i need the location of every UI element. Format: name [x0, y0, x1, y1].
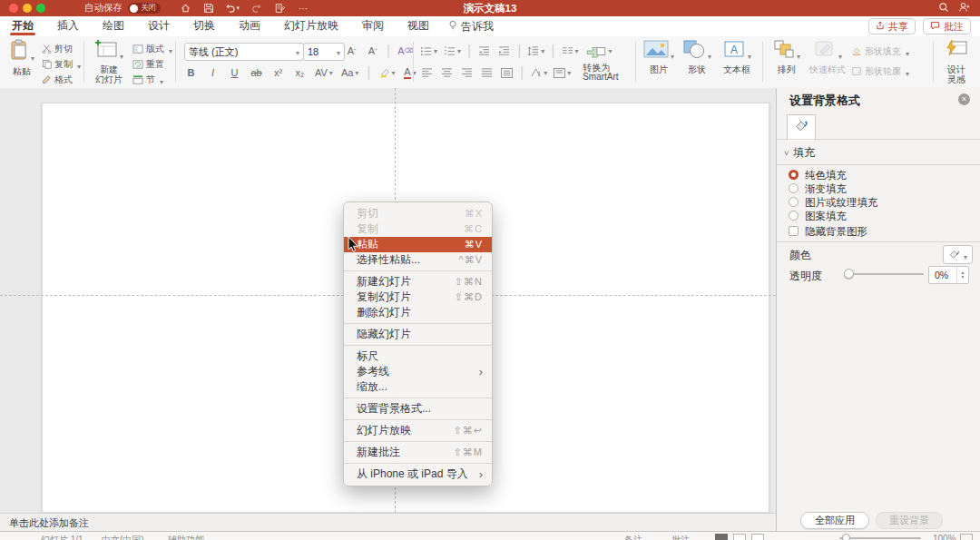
fit-to-window-button[interactable]	[960, 534, 973, 540]
radio-solid-fill[interactable]	[789, 170, 799, 180]
textbox-button[interactable]: A▾ 文本框	[717, 39, 757, 84]
radio-picture-texture-fill[interactable]	[789, 197, 799, 207]
section-button[interactable]: 节▾	[132, 74, 163, 86]
language-status[interactable]: 中文(中国)	[102, 534, 144, 540]
transparency-value-input[interactable]: 0% ▴▾	[928, 266, 969, 284]
cut-button[interactable]: 剪切	[42, 43, 73, 55]
reset-button[interactable]: 重置	[132, 58, 164, 71]
zoom-level[interactable]: 100%	[933, 534, 956, 540]
zoom-slider-track[interactable]	[839, 537, 921, 539]
solid-fill-label[interactable]: 纯色填充	[805, 169, 847, 182]
fill-tab[interactable]	[787, 114, 816, 141]
menu-item-new-comment[interactable]: 新建批注⇧⌘M	[344, 445, 492, 460]
format-painter-button[interactable]: 格式	[42, 74, 73, 86]
tab-design[interactable]: 设计	[148, 16, 170, 36]
window-minimize-button[interactable]	[23, 4, 32, 13]
accessibility-status[interactable]: 辅助功能	[168, 534, 204, 540]
stepper-arrows[interactable]: ▴▾	[956, 267, 968, 283]
slide-sorter-view-button[interactable]	[733, 534, 746, 540]
align-text-button[interactable]: ▾	[554, 65, 571, 81]
fill-section-header[interactable]: ˅ 填充	[784, 145, 815, 161]
clear-formatting-button[interactable]: A⌫	[397, 44, 413, 59]
superscript-button[interactable]: x²	[271, 65, 285, 81]
redo-button[interactable]	[249, 2, 263, 15]
line-spacing-button[interactable]: ▾	[527, 44, 544, 59]
radio-pattern-fill[interactable]	[789, 211, 799, 221]
new-slide-button[interactable]: ▾ 新建幻灯片	[91, 39, 127, 84]
window-fullscreen-button[interactable]	[36, 4, 45, 13]
comments-toggle-button[interactable]: 批注	[671, 534, 690, 540]
quick-styles-button[interactable]: ▾ 快速样式	[808, 39, 848, 84]
distribute-text-button[interactable]	[500, 65, 514, 81]
shrink-font-button[interactable]: Aˇ	[366, 44, 379, 59]
menu-item-delete-slide[interactable]: 删除幻灯片	[344, 305, 492, 320]
numbering-button[interactable]: ▾	[444, 44, 461, 59]
menu-item-ruler[interactable]: 标尺	[344, 349, 492, 364]
radio-gradient-fill[interactable]	[789, 183, 799, 193]
tab-transitions[interactable]: 切换	[193, 16, 215, 36]
menu-item-guides[interactable]: 参考线›	[344, 364, 492, 379]
transparency-slider-track[interactable]	[846, 273, 924, 275]
font-size-select[interactable]: 18▾	[303, 43, 345, 61]
notes-toggle-button[interactable]: 备注	[624, 534, 642, 540]
tab-insert[interactable]: 插入	[57, 16, 79, 36]
tab-view[interactable]: 视图	[407, 16, 429, 36]
align-right-button[interactable]	[460, 65, 474, 81]
menu-item-paste[interactable]: 粘贴⌘V	[344, 237, 492, 252]
transparency-slider-thumb[interactable]	[844, 269, 854, 279]
menu-item-format-background[interactable]: 设置背景格式...	[344, 401, 492, 417]
window-close-button[interactable]	[9, 4, 18, 13]
tab-review[interactable]: 审阅	[362, 16, 384, 36]
shape-outline-button[interactable]: 形状轮廓▾	[851, 65, 909, 78]
character-spacing-button[interactable]: AV▾	[315, 65, 333, 81]
design-ideas-button[interactable]: 设计灵感	[938, 39, 975, 84]
shape-fill-button[interactable]: 形状填充▾	[851, 45, 909, 58]
underline-button[interactable]: U	[228, 65, 241, 81]
font-color-button[interactable]: A▾	[404, 65, 417, 81]
copy-button[interactable]: 复制▾	[42, 58, 81, 71]
color-picker-button[interactable]: ▾	[943, 245, 973, 264]
arrange-button[interactable]: ▾ 排列	[769, 39, 804, 84]
strikethrough-button[interactable]: ab	[250, 65, 263, 81]
italic-button[interactable]: I	[206, 65, 220, 81]
grow-font-button[interactable]: Aˆ	[345, 44, 358, 59]
hide-background-label[interactable]: 隐藏背景图形	[805, 225, 867, 239]
picture-texture-fill-label[interactable]: 图片或纹理填充	[805, 196, 878, 210]
change-case-button[interactable]: Aa▾	[341, 65, 358, 81]
bullets-button[interactable]: ▾	[420, 44, 437, 59]
document-edit-icon[interactable]	[272, 2, 287, 15]
comments-button[interactable]: 批注	[923, 18, 971, 34]
slideshow-view-button[interactable]	[751, 534, 764, 540]
tab-home[interactable]: 开始	[12, 16, 34, 36]
decrease-indent-button[interactable]	[477, 44, 491, 59]
gradient-fill-label[interactable]: 渐变填充	[805, 182, 847, 196]
zoom-slider-thumb[interactable]	[842, 534, 850, 540]
share-button[interactable]: 共享	[868, 18, 916, 34]
align-left-button[interactable]	[420, 65, 434, 81]
menu-item-import-from-iphone[interactable]: 从 iPhone 或 iPad 导入›	[344, 466, 492, 482]
bold-button[interactable]: B	[184, 65, 198, 81]
subscript-button[interactable]: x₂	[293, 65, 307, 81]
share-user-icon[interactable]	[958, 0, 971, 16]
home-icon[interactable]	[178, 2, 192, 15]
menu-item-zoom[interactable]: 缩放...	[344, 379, 492, 395]
notes-area[interactable]: 单击此处添加备注	[0, 513, 776, 532]
convert-smartart-icon-button[interactable]: ▾	[585, 44, 612, 59]
undo-button[interactable]: ▾	[225, 2, 240, 15]
normal-view-button[interactable]	[715, 534, 728, 540]
menu-item-hide-slide[interactable]: 隐藏幻灯片	[344, 327, 492, 342]
menu-item-paste-special[interactable]: 选择性粘贴...^⌘V	[344, 252, 492, 268]
paste-button[interactable]: ▾ 粘贴	[5, 39, 38, 84]
search-icon[interactable]	[938, 0, 949, 16]
tell-me-tab[interactable]: 告诉我	[448, 19, 494, 34]
menu-item-new-slide[interactable]: 新建幻灯片⇧⌘N	[344, 274, 492, 290]
increase-indent-button[interactable]	[497, 44, 511, 59]
menu-item-duplicate-slide[interactable]: 复制幻灯片⇧⌘D	[344, 290, 492, 305]
menu-item-slideshow[interactable]: 幻灯片放映⇧⌘↩	[344, 423, 492, 438]
convert-smartart-label[interactable]: 转换为SmartArt	[583, 64, 618, 82]
text-direction-button[interactable]: ▾	[530, 65, 547, 81]
save-icon[interactable]	[201, 2, 216, 15]
picture-button[interactable]: ▾ 图片	[641, 39, 677, 84]
columns-button[interactable]: ▾	[562, 44, 579, 59]
align-center-button[interactable]	[440, 65, 454, 81]
